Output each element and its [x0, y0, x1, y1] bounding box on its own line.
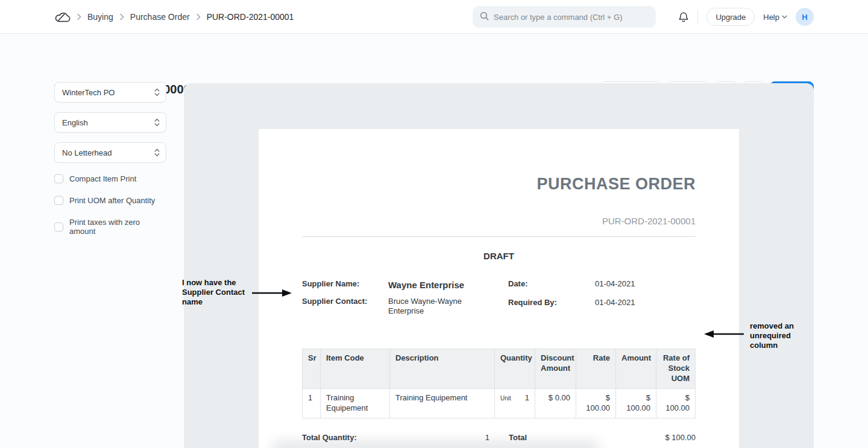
qty-value: 1 [525, 393, 529, 403]
col-rate-of-stock-uom: Rate of Stock UOM [656, 349, 696, 389]
breadcrumb: Buying Purchase Order PUR-ORD-2021-00001 [54, 0, 294, 34]
document-heading: PURCHASE ORDER [302, 175, 696, 194]
table-row: 1 Training Equipement Training Equipemen… [303, 388, 696, 418]
checkbox-label: Print UOM after Quantity [69, 196, 155, 205]
print-preview-canvas: PURCHASE ORDER PUR-ORD-2021-00001 DRAFT … [184, 83, 814, 448]
help-menu[interactable]: Help [763, 13, 787, 22]
annotation-supplier-contact: I now have the Supplier Contact name [182, 278, 247, 307]
uom-label: Unit [500, 393, 511, 402]
annotation-arrow-right-icon [252, 288, 292, 298]
print-taxes-zero-amount-checkbox[interactable]: Print taxes with zero amount [54, 218, 166, 236]
document-info: Supplier Name: Wayne Enterprise Supplier… [302, 279, 696, 322]
chevron-right-icon [77, 13, 81, 21]
cell-quantity: Unit 1 [495, 388, 535, 418]
breadcrumb-buying[interactable]: Buying [87, 12, 113, 22]
search-icon [480, 11, 489, 23]
col-amount: Amount [616, 349, 656, 389]
checkbox-icon[interactable] [54, 174, 63, 183]
letterhead-value: No Letterhead [62, 148, 112, 157]
notifications-bell-icon[interactable] [678, 11, 689, 23]
checkbox-label: Print taxes with zero amount [69, 218, 166, 236]
search-input[interactable] [494, 13, 649, 22]
letterhead-select[interactable]: No Letterhead [54, 142, 166, 163]
print-format-value: WinterTech PO [62, 88, 115, 97]
cell-sr: 1 [303, 388, 321, 418]
cell-item-code: Training Equipement [321, 388, 390, 418]
col-discount-amount: Discount Amount [535, 349, 576, 389]
print-format-select[interactable]: WinterTech PO [54, 82, 166, 103]
table-header-row: Sr Item Code Description Quantity Discou… [303, 349, 696, 389]
navbar-actions: Upgrade Help H [678, 0, 814, 34]
help-label: Help [763, 13, 779, 22]
select-chevrons-icon [154, 148, 160, 157]
checkbox-label: Compact Item Print [69, 174, 136, 183]
supplier-name-label: Supplier Name: [302, 279, 388, 291]
divider [302, 236, 696, 237]
breadcrumb-current-doc[interactable]: PUR-ORD-2021-00001 [207, 12, 294, 22]
global-search[interactable] [473, 6, 656, 28]
compact-item-print-checkbox[interactable]: Compact Item Print [54, 174, 166, 183]
select-chevrons-icon [154, 88, 160, 96]
col-sr: Sr [303, 349, 321, 389]
avatar[interactable]: H [796, 8, 814, 26]
checkbox-icon[interactable] [54, 222, 63, 232]
print-preview-page: PURCHASE ORDER PUR-ORD-2021-00001 DRAFT … [259, 129, 739, 448]
bottom-shadow [271, 440, 600, 448]
select-chevrons-icon [154, 118, 160, 127]
total-value: $ 100.00 [665, 433, 696, 442]
items-table: Sr Item Code Description Quantity Discou… [302, 349, 696, 418]
upgrade-button[interactable]: Upgrade [706, 8, 755, 26]
cell-rate: $ 100.00 [576, 388, 616, 418]
annotation-removed-column: removed an unrequired column [750, 321, 810, 350]
frappe-cloud-logo-icon[interactable] [54, 11, 71, 24]
chevron-right-icon [196, 13, 201, 21]
cell-discount-amount: $ 0.00 [535, 388, 576, 418]
col-item-code: Item Code [321, 349, 390, 389]
required-by-value: 01-04-2021 [595, 298, 695, 308]
document-status: DRAFT [302, 251, 696, 261]
cell-amount: $ 100.00 [616, 388, 656, 418]
print-settings-sidebar: WinterTech PO English No Letterhead Comp… [54, 82, 166, 236]
annotation-arrow-left-icon [704, 329, 744, 339]
checkbox-icon[interactable] [54, 196, 63, 205]
divider [697, 10, 698, 24]
document-number: PUR-ORD-2021-00001 [302, 216, 696, 226]
chevron-right-icon [119, 13, 124, 21]
date-value: 01-04-2021 [595, 279, 695, 289]
breadcrumb-purchase-order[interactable]: Purchase Order [130, 12, 190, 22]
language-value: English [62, 118, 88, 127]
col-quantity: Quantity [495, 349, 535, 389]
supplier-contact-label: Supplier Contact: [302, 297, 388, 317]
cell-rate-of-stock-uom: $ 100.00 [656, 388, 696, 418]
col-description: Description [390, 349, 495, 389]
col-rate: Rate [576, 349, 616, 389]
page-toolbar: PUR-ORD-2021-00001 Full Page PDF ... [0, 34, 868, 71]
supplier-contact-value: Bruce Wayne-Wayne Enterprise [388, 297, 468, 317]
date-label: Date: [508, 279, 595, 289]
cell-description: Training Equipement [390, 388, 495, 418]
language-select[interactable]: English [54, 112, 166, 133]
print-uom-after-quantity-checkbox[interactable]: Print UOM after Quantity [54, 196, 166, 205]
required-by-label: Required By: [508, 298, 595, 308]
chevron-down-icon [782, 15, 787, 19]
supplier-name-value: Wayne Enterprise [388, 279, 494, 291]
navbar: Buying Purchase Order PUR-ORD-2021-00001… [0, 0, 868, 34]
